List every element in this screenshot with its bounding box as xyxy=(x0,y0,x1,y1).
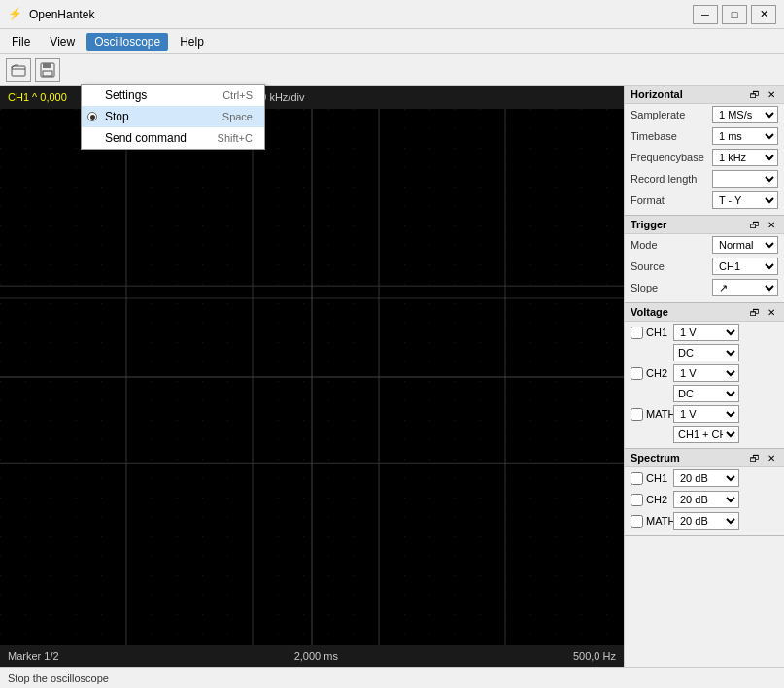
menu-file[interactable]: File xyxy=(4,33,38,51)
timebase-label: Timebase xyxy=(631,130,677,142)
spectrum-ch2-checkbox[interactable] xyxy=(631,494,643,506)
trigger-float-btn[interactable]: 🗗 xyxy=(748,218,762,231)
horizontal-title: Horizontal xyxy=(631,88,683,100)
spectrum-math-row: MATH 20 dB 40 dB xyxy=(625,510,784,532)
slope-select[interactable]: ↗ ↘ xyxy=(712,279,778,296)
grid-svg xyxy=(0,109,624,645)
oscilloscope-area: CH1 ^ 0,000 1,000 MS/s 1,000 ms/div 1,00… xyxy=(0,86,624,667)
spectrum-math-select[interactable]: 20 dB 40 dB xyxy=(673,512,739,530)
menu-send-command-item[interactable]: Send command Shift+C xyxy=(82,127,264,149)
voltage-section: Voltage 🗗 ✕ CH1 1 V 2 V DC xyxy=(625,303,784,449)
horizontal-section: Horizontal 🗗 ✕ Samplerate 1 MS/s 2 MS/s … xyxy=(625,86,784,216)
record-length-row: Record length xyxy=(625,168,784,189)
ch1-gain-select[interactable]: 1 V 2 V xyxy=(673,324,739,341)
window-controls: ─ □ ✕ xyxy=(693,5,776,24)
osc-footer: Marker 1/2 2,000 ms 500,0 Hz xyxy=(0,645,624,667)
spectrum-close-btn[interactable]: ✕ xyxy=(765,451,778,464)
ch1-coupling-select[interactable]: DC AC GND xyxy=(673,344,739,361)
trigger-title: Trigger xyxy=(631,219,666,230)
oscilloscope-dropdown: Settings Ctrl+S Stop Space Send command … xyxy=(81,84,265,150)
source-select[interactable]: CH1 CH2 xyxy=(712,258,778,275)
spectrum-header: Spectrum 🗗 ✕ xyxy=(625,449,784,467)
app-title: OpenHantek xyxy=(29,8,693,21)
format-label: Format xyxy=(631,194,665,206)
slope-label: Slope xyxy=(631,282,658,293)
spectrum-section: Spectrum 🗗 ✕ CH1 20 dB 40 dB xyxy=(625,449,784,536)
trigger-section: Trigger 🗗 ✕ Mode Normal Auto Single Sour… xyxy=(625,216,784,303)
freqbase-select[interactable]: 1 kHz 2 kHz xyxy=(712,149,778,166)
spectrum-float-btn[interactable]: 🗗 xyxy=(748,451,762,464)
svg-rect-3 xyxy=(43,71,52,76)
menu-settings-item[interactable]: Settings Ctrl+S xyxy=(82,85,264,106)
open-button[interactable] xyxy=(6,58,31,82)
title-bar: ⚡ OpenHantek ─ □ ✕ xyxy=(0,0,784,29)
oscilloscope-canvas[interactable] xyxy=(0,109,624,645)
menu-view[interactable]: View xyxy=(42,33,83,51)
trigger-header: Trigger 🗗 ✕ xyxy=(625,216,784,234)
ch1-voltage-checkbox[interactable] xyxy=(631,327,643,339)
settings-shortcut: Ctrl+S xyxy=(222,89,253,101)
spectrum-math-checkbox[interactable] xyxy=(631,515,643,528)
voltage-close-btn[interactable]: ✕ xyxy=(765,305,778,319)
samplerate-row: Samplerate 1 MS/s 2 MS/s xyxy=(625,104,784,125)
math-voltage-checkbox[interactable] xyxy=(631,408,643,421)
timebase-row: Timebase 1 ms 2 ms xyxy=(625,125,784,147)
voltage-title: Voltage xyxy=(631,306,668,318)
math-gain-select[interactable]: 1 V 2 V xyxy=(673,405,739,423)
voltage-math-row: MATH 1 V 2 V xyxy=(625,403,784,425)
mode-select[interactable]: Normal Auto Single xyxy=(712,236,778,254)
ch1-voltage-label: CH1 xyxy=(646,327,667,338)
source-row: Source CH1 CH2 xyxy=(625,256,784,277)
spectrum-math-label: MATH xyxy=(646,515,675,527)
ch2-coupling-select[interactable]: DC AC GND xyxy=(673,385,739,402)
minimize-button[interactable]: ─ xyxy=(693,5,718,24)
spectrum-title: Spectrum xyxy=(631,452,680,464)
right-panel: Horizontal 🗗 ✕ Samplerate 1 MS/s 2 MS/s … xyxy=(624,86,784,667)
samplerate-select[interactable]: 1 MS/s 2 MS/s xyxy=(712,106,778,123)
toolbar xyxy=(0,54,784,86)
samplerate-label: Samplerate xyxy=(631,109,685,120)
spectrum-ch1-checkbox[interactable] xyxy=(631,472,643,485)
voltage-ch1-row: CH1 1 V 2 V xyxy=(625,322,784,343)
trigger-close-btn[interactable]: ✕ xyxy=(765,218,778,231)
math-formula-select[interactable]: CH1 + CH2 CH1 - CH2 CH2 - CH1 xyxy=(673,426,739,443)
status-message: Stop the oscilloscope xyxy=(8,672,109,684)
send-command-shortcut: Shift+C xyxy=(218,132,253,144)
status-bar: Stop the oscilloscope xyxy=(0,667,784,688)
close-button[interactable]: ✕ xyxy=(751,5,776,24)
stop-label: Stop xyxy=(105,110,129,123)
svg-rect-13 xyxy=(0,109,624,645)
horizontal-float-btn[interactable]: 🗗 xyxy=(748,87,762,101)
record-length-select[interactable] xyxy=(712,170,778,188)
save-button[interactable] xyxy=(35,58,60,82)
spectrum-ch1-row: CH1 20 dB 40 dB xyxy=(625,467,784,489)
ch1-coupling-row: DC AC GND xyxy=(625,343,784,362)
menu-help[interactable]: Help xyxy=(172,33,212,51)
timebase-select[interactable]: 1 ms 2 ms xyxy=(712,127,778,145)
voltage-float-btn[interactable]: 🗗 xyxy=(748,305,762,319)
svg-rect-0 xyxy=(12,66,25,76)
horizontal-close-btn[interactable]: ✕ xyxy=(765,87,778,101)
freq-label: 500,0 Hz xyxy=(573,650,616,662)
menu-stop-item[interactable]: Stop Space xyxy=(82,106,264,127)
record-length-label: Record length xyxy=(631,173,698,185)
spectrum-ch2-label: CH2 xyxy=(646,494,667,505)
menu-oscilloscope[interactable]: Oscilloscope xyxy=(86,33,168,51)
ch2-voltage-checkbox[interactable] xyxy=(631,367,643,380)
source-label: Source xyxy=(631,260,665,272)
freqbase-row: Frequencybase 1 kHz 2 kHz xyxy=(625,147,784,168)
format-select[interactable]: T - Y X - Y xyxy=(712,191,778,209)
main-layout: CH1 ^ 0,000 1,000 MS/s 1,000 ms/div 1,00… xyxy=(0,86,784,667)
spectrum-ch2-select[interactable]: 20 dB 40 dB xyxy=(673,491,739,508)
stop-shortcut: Space xyxy=(222,111,253,122)
slope-row: Slope ↗ ↘ xyxy=(625,277,784,298)
ch2-coupling-row: DC AC GND xyxy=(625,384,784,403)
freqbase-label: Frequencybase xyxy=(631,152,704,163)
spectrum-ch1-select[interactable]: 20 dB 40 dB xyxy=(673,469,739,487)
ch2-gain-select[interactable]: 1 V 2 V xyxy=(673,364,739,382)
voltage-header: Voltage 🗗 ✕ xyxy=(625,303,784,322)
spectrum-ch2-row: CH2 20 dB 40 dB xyxy=(625,489,784,510)
maximize-button[interactable]: □ xyxy=(722,5,747,24)
math-formula-row: CH1 + CH2 CH1 - CH2 CH2 - CH1 xyxy=(625,425,784,444)
send-command-label: Send command xyxy=(105,131,187,145)
